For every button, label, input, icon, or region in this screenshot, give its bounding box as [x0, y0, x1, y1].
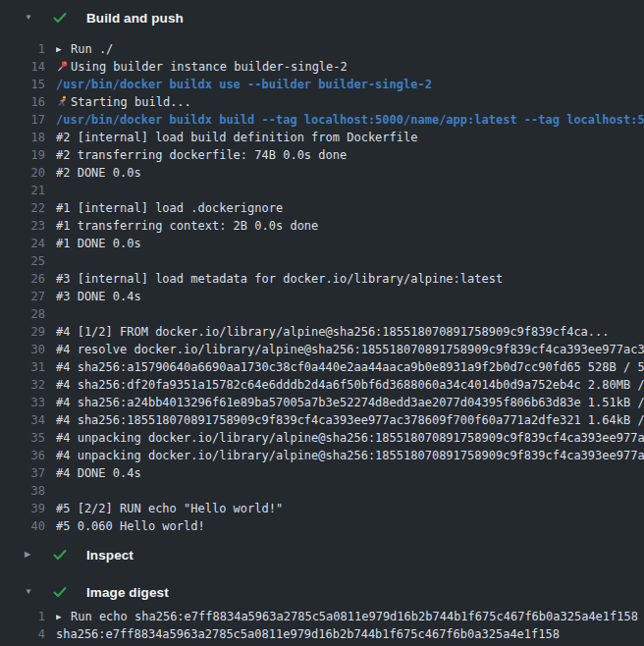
line-number[interactable]: 1: [0, 40, 45, 58]
line-number[interactable]: 1: [0, 608, 45, 625]
log-line: 37#4 DONE 0.4s: [0, 464, 644, 482]
section-title: Build and push: [86, 11, 184, 26]
log-text: sha256:e7ff8834a5963a2785c5a0811e979d16b…: [56, 625, 644, 643]
line-number[interactable]: 27: [0, 288, 45, 305]
log-line: 40#5 0.060 Hello world!: [0, 517, 644, 535]
log-line: 16Starting build...: [0, 93, 644, 111]
line-number[interactable]: 19: [0, 146, 45, 164]
log-text: #1 transferring context: 2B 0.0s done: [56, 217, 644, 235]
log-line: 25: [0, 252, 644, 270]
line-number[interactable]: 18: [0, 129, 45, 146]
section-spacer: [0, 565, 644, 582]
line-number[interactable]: 23: [0, 217, 45, 235]
log-line: 33#4 sha256:a24bb4013296f61e89ba57005a7b…: [0, 394, 644, 411]
line-number[interactable]: 35: [0, 429, 45, 447]
log-line: 19#2 transferring dockerfile: 74B 0.0s d…: [0, 146, 644, 164]
line-number[interactable]: 28: [0, 305, 45, 323]
log-line: 28: [0, 305, 644, 323]
actions-log-viewer: ▼ Build and push 1▶Run ./14Using builder…: [0, 0, 644, 643]
expand-group-play-icon[interactable]: ▶: [56, 608, 71, 625]
section-header-image-digest[interactable]: ▼ Image digest: [0, 582, 644, 602]
log-text: #4 [1/2] FROM docker.io/library/alpine@s…: [56, 323, 644, 341]
line-number[interactable]: 14: [0, 58, 45, 76]
log-line: 1▶Run ./: [0, 40, 644, 58]
line-number[interactable]: 38: [0, 482, 45, 500]
log-text: #3 [internal] load metadata for docker.i…: [56, 270, 644, 288]
section-title: Image digest: [86, 585, 169, 600]
chevron-down-icon[interactable]: ▼: [25, 8, 33, 27]
line-number[interactable]: 26: [0, 270, 45, 288]
log-line: 22#1 [internal] load .dockerignore: [0, 199, 644, 217]
log-text: #4 unpacking docker.io/library/alpine@sh…: [56, 429, 644, 447]
log-line: 31#4 sha256:a15790640a6690aa1730c38cf0a4…: [0, 358, 644, 376]
log-text: Starting build...: [56, 93, 644, 111]
log-line: 34#4 sha256:185518070891758909c9f839cf4c…: [0, 411, 644, 429]
log-text: #4 sha256:185518070891758909c9f839cf4ca3…: [56, 411, 644, 429]
section-title: Inspect: [86, 548, 134, 563]
line-number[interactable]: 21: [0, 182, 45, 199]
log-text: #4 sha256:a15790640a6690aa1730c38cf0a440…: [56, 358, 644, 376]
log-line: 21: [0, 182, 644, 199]
log-text: #2 [internal] load build definition from…: [56, 129, 644, 146]
log-text: #1 DONE 0.0s: [56, 235, 644, 252]
line-number[interactable]: 25: [0, 252, 45, 270]
line-number[interactable]: 24: [0, 235, 45, 252]
line-number[interactable]: 39: [0, 500, 45, 517]
line-number[interactable]: 16: [0, 93, 45, 111]
log-text-command: /usr/bin/docker buildx use --builder bui…: [56, 76, 644, 93]
line-number[interactable]: 33: [0, 394, 45, 411]
section-header-build-and-push[interactable]: ▼ Build and push: [0, 8, 644, 27]
runner-icon: [56, 93, 71, 111]
line-number[interactable]: 22: [0, 199, 45, 217]
chevron-right-icon[interactable]: ▶: [25, 545, 33, 565]
expand-group-play-icon[interactable]: ▶: [56, 40, 71, 58]
log-line: 4sha256:e7ff8834a5963a2785c5a0811e979d16…: [0, 625, 644, 643]
line-number[interactable]: 34: [0, 411, 45, 429]
log-lines-build-and-push: 1▶Run ./14Using builder instance builder…: [0, 40, 644, 535]
log-text: ▶Run echo sha256:e7ff8834a5963a2785c5a08…: [56, 608, 644, 625]
log-text: #4 sha256:a24bb4013296f61e89ba57005a7b3e…: [56, 394, 644, 411]
line-number[interactable]: 30: [0, 341, 45, 358]
log-line: 18#2 [internal] load build definition fr…: [0, 129, 644, 146]
log-line: 20#2 DONE 0.0s: [0, 164, 644, 182]
log-line: 26#3 [internal] load metadata for docker…: [0, 270, 644, 288]
log-text: #4 DONE 0.4s: [56, 464, 644, 482]
log-line: 29#4 [1/2] FROM docker.io/library/alpine…: [0, 323, 644, 341]
log-text: #5 0.060 Hello world!: [56, 517, 644, 535]
log-text: #4 sha256:df20fa9351a15782c64e6dddb2d4a6…: [56, 376, 644, 394]
line-number[interactable]: 31: [0, 358, 45, 376]
log-text: [56, 182, 644, 199]
line-number[interactable]: 36: [0, 447, 45, 464]
log-text: #2 DONE 0.0s: [56, 164, 644, 182]
log-text: [56, 252, 644, 270]
log-line: 39#5 [2/2] RUN echo "Hello world!": [0, 500, 644, 517]
log-text-command: /usr/bin/docker buildx build --tag local…: [56, 111, 644, 129]
chevron-down-icon[interactable]: ▼: [25, 582, 33, 602]
log-line: 17/usr/bin/docker buildx build --tag loc…: [0, 111, 644, 129]
check-success-icon: [52, 10, 68, 26]
line-number[interactable]: 4: [0, 625, 45, 643]
log-text: #5 [2/2] RUN echo "Hello world!": [56, 500, 644, 517]
log-text: #1 [internal] load .dockerignore: [56, 199, 644, 217]
log-text: #2 transferring dockerfile: 74B 0.0s don…: [56, 146, 644, 164]
line-number[interactable]: 15: [0, 76, 45, 93]
log-line: 14Using builder instance builder-single-…: [0, 58, 644, 76]
log-text: Using builder instance builder-single-2: [56, 58, 644, 76]
line-number[interactable]: 20: [0, 164, 45, 182]
log-text: #4 unpacking docker.io/library/alpine@sh…: [56, 447, 644, 464]
log-text: #3 DONE 0.4s: [56, 288, 644, 305]
log-text: [56, 305, 644, 323]
log-line: 23#1 transferring context: 2B 0.0s done: [0, 217, 644, 235]
section-header-inspect[interactable]: ▶ Inspect: [0, 545, 644, 565]
line-number[interactable]: 17: [0, 111, 45, 129]
log-line: 15/usr/bin/docker buildx use --builder b…: [0, 76, 644, 93]
check-success-icon: [52, 584, 68, 600]
line-number[interactable]: 37: [0, 464, 45, 482]
line-number[interactable]: 32: [0, 376, 45, 394]
log-lines-image-digest: 1▶Run echo sha256:e7ff8834a5963a2785c5a0…: [0, 608, 644, 643]
pushpin-icon: [56, 58, 71, 76]
line-number[interactable]: 29: [0, 323, 45, 341]
log-line: 1▶Run echo sha256:e7ff8834a5963a2785c5a0…: [0, 608, 644, 625]
log-text: [56, 482, 644, 500]
line-number[interactable]: 40: [0, 517, 45, 535]
